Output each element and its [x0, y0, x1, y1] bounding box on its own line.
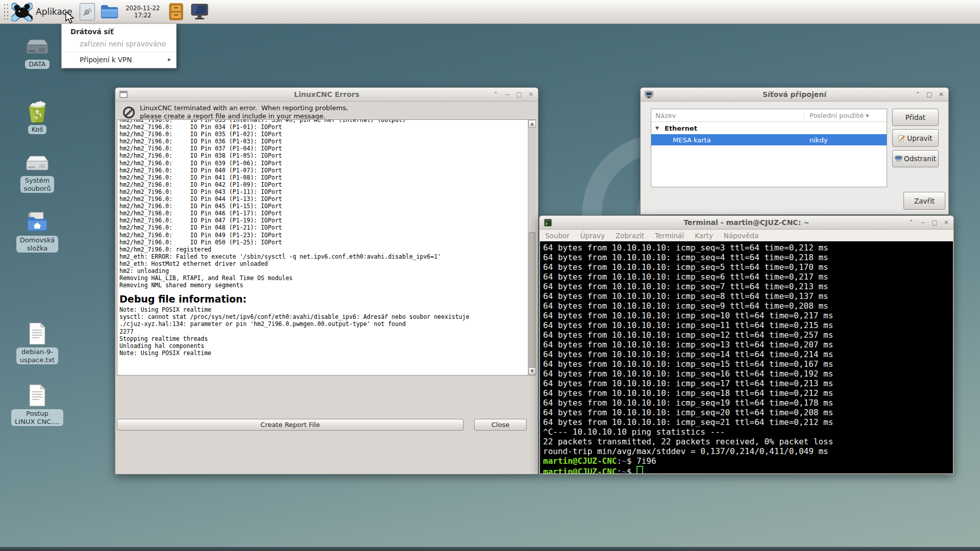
- menu-item-device-not-managed: zařízení není spravováno: [62, 38, 176, 52]
- add-connection-button[interactable]: Přidat: [892, 109, 939, 126]
- error-message-text: LinuxCNC terminated with an error. When …: [140, 104, 348, 120]
- mouse-cursor: [65, 11, 76, 24]
- shade-button[interactable]: ⌃: [908, 219, 914, 226]
- prohibition-icon: [122, 106, 135, 119]
- maximize-button[interactable]: □: [516, 91, 522, 98]
- scrollbar-thumb[interactable]: [529, 232, 535, 372]
- terminal-window: Terminal - martin@CJUZ-CNC: ~ ⌃ − □ ✕ So…: [539, 215, 954, 474]
- hard-drive-dark-icon: [24, 36, 50, 58]
- scroll-down-arrow[interactable]: ▼: [528, 367, 536, 375]
- connections-list[interactable]: Název Poslední použité ▾ ▼ Ethernet MESA…: [651, 109, 887, 187]
- network-disconnected-icon: [82, 7, 92, 17]
- ethernet-group-row[interactable]: ▼ Ethernet: [651, 122, 887, 134]
- file-cabinet-launcher[interactable]: [168, 3, 184, 21]
- error-window-title: LinuxCNC Errors: [115, 90, 538, 98]
- wallpaper-bottom-strip: [0, 547, 980, 551]
- network-manager-tray-button[interactable]: [80, 3, 95, 20]
- error-log-scrollbar[interactable]: ▲ ▼: [528, 120, 536, 375]
- command-text: 7i96: [636, 456, 656, 466]
- shade-button[interactable]: ⌃: [915, 91, 921, 98]
- column-header-last-used[interactable]: Poslední použité ▾: [804, 112, 869, 119]
- terminal-menubar: Soubor Úpravy Zobrazit Terminál Karty Ná…: [540, 230, 953, 242]
- hard-drive-light-icon: [24, 153, 50, 174]
- menu-item-vpn-connections[interactable]: Připojení k VPN ▸: [62, 52, 176, 68]
- terminal-titlebar[interactable]: Terminal - martin@CJUZ-CNC: ~ ⌃ − □ ✕: [540, 216, 953, 230]
- network-connections-window: Síťová připojení ⌃ □ ✕ Název Poslední po…: [640, 87, 949, 215]
- clock-time: 17:22: [125, 12, 161, 19]
- debug-log-text: Note: Using POSIX realtime sysctl: canno…: [119, 306, 535, 357]
- submenu-arrow-icon: ▸: [168, 56, 171, 63]
- menu-zobrazit[interactable]: Zobrazit: [616, 232, 644, 240]
- desktop-icon-trash[interactable]: Koš: [7, 99, 68, 134]
- text-file-icon: [28, 384, 47, 407]
- home-folder-icon: [24, 211, 50, 234]
- expander-icon[interactable]: ▼: [655, 126, 662, 131]
- connection-last-used: nikdy: [804, 136, 827, 144]
- file-manager-launcher[interactable]: [100, 4, 119, 20]
- column-header-name[interactable]: Název: [651, 112, 804, 119]
- terminal-cursor: [636, 466, 643, 473]
- ping-output: 64 bytes from 10.10.10.10: icmp_seq=3 tt…: [543, 243, 953, 427]
- close-dialog-button[interactable]: Zavřít: [903, 192, 945, 210]
- prompt-line-history: martin@CJUZ-CNC:~$ 7i96: [543, 456, 953, 466]
- error-log-textarea[interactable]: hm2/hm2_7i96.0: IO Pin 033 (internal): S…: [117, 119, 535, 375]
- maximize-button[interactable]: □: [926, 91, 933, 98]
- desktop-icon-debian-txt[interactable]: debian-9- uspace.txt: [7, 322, 68, 364]
- desktop-icon-filesystem[interactable]: Systém souborů: [7, 153, 68, 193]
- menu-terminal[interactable]: Terminál: [655, 232, 684, 240]
- close-button[interactable]: ✕: [943, 219, 949, 226]
- terminal-screen[interactable]: 64 bytes from 10.10.10.10: icmp_seq=3 tt…: [540, 241, 953, 473]
- terminal-title: Terminal - martin@CJUZ-CNC: ~: [540, 218, 953, 227]
- xfce-mouse-logo-icon: [11, 2, 33, 21]
- shade-button[interactable]: ⌃: [493, 91, 499, 98]
- linuxcnc-errors-window: LinuxCNC Errors ⌃ − □ ✕ LinuxCNC termina…: [115, 87, 538, 474]
- display-settings-launcher[interactable]: [190, 3, 209, 20]
- menu-item-wired-network: Drátová síť: [62, 24, 176, 38]
- connection-name: MESA karta: [651, 136, 804, 144]
- close-button[interactable]: ✕: [938, 91, 944, 98]
- desktop: Aplikace 2020-11-22 17:22: [0, 0, 980, 551]
- menu-napoveda[interactable]: Nápověda: [724, 232, 758, 240]
- error-window-titlebar[interactable]: LinuxCNC Errors ⌃ − □ ✕: [115, 88, 538, 102]
- desktop-icon-data[interactable]: DATA: [7, 36, 68, 69]
- minimize-button[interactable]: −: [920, 219, 926, 226]
- list-header: Název Poslední použité ▾: [651, 109, 887, 122]
- panel-clock[interactable]: 2020-11-22 17:22: [125, 5, 161, 19]
- remove-connection-button[interactable]: Odstranit: [892, 150, 939, 167]
- desktop-icon-postup-linuxcnc[interactable]: Postup LINUX CNC....: [7, 384, 68, 426]
- shredder-icon: [895, 155, 902, 162]
- edit-connection-button[interactable]: Upravit: [892, 129, 939, 147]
- prompt-line-current: martin@CJUZ-CNC:~$: [543, 466, 953, 473]
- menu-upravy[interactable]: Úpravy: [580, 232, 605, 240]
- file-cabinet-icon: [168, 3, 184, 21]
- monitor-icon: [190, 3, 209, 20]
- trash-full-icon: [24, 99, 50, 123]
- desktop-icon-home[interactable]: Domovská složka: [7, 211, 68, 253]
- edit-pencil-icon: [898, 135, 905, 142]
- top-panel: Aplikace 2020-11-22 17:22: [0, 0, 980, 24]
- sort-arrow-icon: ▾: [866, 112, 869, 119]
- menu-soubor[interactable]: Soubor: [545, 232, 570, 240]
- folder-icon: [100, 4, 119, 20]
- error-log-text: hm2/hm2_7i96.0: IO Pin 033 (internal): S…: [119, 119, 535, 289]
- debug-file-heading: Debug file information:: [119, 293, 535, 305]
- clock-date: 2020-11-22: [125, 5, 161, 12]
- ping-statistics: ^C--- 10.10.10.10 ping statistics --- 22…: [543, 427, 953, 456]
- close-button[interactable]: ✕: [528, 91, 534, 98]
- create-report-file-button[interactable]: Create Report File: [117, 419, 463, 431]
- text-file-icon: [28, 322, 47, 345]
- scroll-up-arrow[interactable]: ▲: [528, 120, 536, 128]
- maximize-button[interactable]: □: [932, 219, 938, 226]
- connection-row-selected[interactable]: MESA karta nikdy: [651, 134, 887, 145]
- menu-karty[interactable]: Karty: [695, 232, 713, 240]
- network-manager-menu: Drátová síť zařízení není spravováno Při…: [61, 23, 177, 68]
- panel-drag-handle[interactable]: [3, 3, 9, 20]
- close-button[interactable]: Close: [474, 419, 527, 431]
- network-window-titlebar[interactable]: Síťová připojení ⌃ □ ✕: [641, 88, 948, 102]
- minimize-button[interactable]: −: [504, 91, 510, 98]
- network-window-title: Síťová připojení: [641, 90, 948, 98]
